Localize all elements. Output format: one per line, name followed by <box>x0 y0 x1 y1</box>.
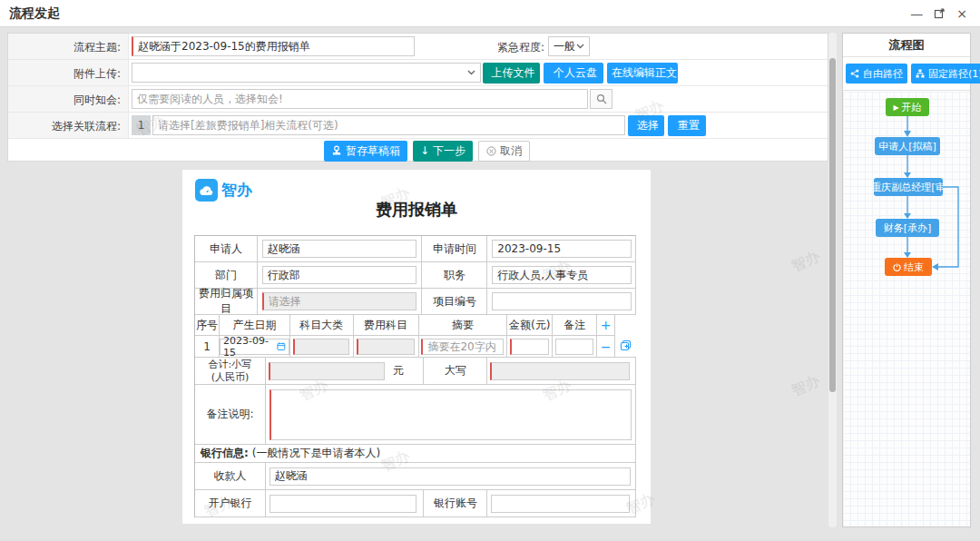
col-subject: 费用科目 <box>354 315 419 336</box>
flow-chart-canvas: ▶ 开始 申请人[拟稿] 重庆副总经理[审 财务[承办] 结束 <box>843 92 970 526</box>
logo-text: 智办 <box>221 180 252 201</box>
item-no: 1 <box>195 336 220 358</box>
flow-node-end[interactable]: 结束 <box>885 258 932 276</box>
items-header-row: 序号 产生日期 科目大类 费用科目 摘要 金额(元) 备注 + <box>195 315 636 336</box>
free-path-button[interactable]: 自由路径 <box>846 64 907 84</box>
bank-input[interactable] <box>270 495 416 513</box>
col-category: 科目大类 <box>290 315 354 336</box>
yuan-label: 元 <box>393 363 404 379</box>
flow-connectors <box>843 92 970 527</box>
position-input[interactable] <box>492 266 632 284</box>
scrollbar-thumb[interactable] <box>829 58 836 392</box>
remove-row-icon[interactable]: − <box>601 340 612 353</box>
item-category-input[interactable] <box>293 339 349 355</box>
item-subject-input[interactable] <box>357 339 415 355</box>
choose-related-button[interactable]: 选择 <box>628 115 664 136</box>
total-lower-input[interactable] <box>269 362 385 380</box>
item-amount-input[interactable] <box>510 339 549 355</box>
watermark: 智办 <box>789 247 823 277</box>
remark-row: 备注说明: <box>195 385 636 445</box>
copy-row-icon[interactable] <box>620 339 632 354</box>
total-label: 合计:小写 <box>209 359 252 371</box>
item-row-1: 1 2023-09-15 − <box>195 336 636 358</box>
flow-chart-panel: 流程图 自由路径 固定路径(1) ▶ 开始 <box>842 33 971 527</box>
chevron-down-icon <box>467 70 475 75</box>
document-table: 申请人 申请时间 部门 职务 <box>194 235 636 517</box>
online-edit-button[interactable]: 在线编辑正文 <box>607 63 678 84</box>
urgency-value: 一般 <box>554 39 575 54</box>
item-remark-input[interactable] <box>555 339 593 355</box>
notify-row: 同时知会: <box>8 86 828 113</box>
subject-input[interactable] <box>132 36 415 56</box>
department-label: 部门 <box>195 262 258 289</box>
bank-info-label: 银行信息: <box>201 446 249 461</box>
total-caps-input[interactable] <box>490 362 630 380</box>
vertical-scrollbar[interactable] <box>828 33 837 527</box>
next-step-button[interactable]: ↓ 下一步 <box>413 141 473 162</box>
close-icon[interactable]: × <box>956 7 967 20</box>
notify-label: 同时知会: <box>8 86 129 112</box>
notify-input[interactable] <box>132 89 588 109</box>
page-title: 流程发起 <box>9 5 60 22</box>
attachment-label: 附件上传: <box>8 60 129 85</box>
personal-cloud-button[interactable]: 个人云盘 <box>544 63 603 84</box>
share-path-icon <box>850 69 859 78</box>
save-draft-button[interactable]: 暂存草稿箱 <box>324 141 407 162</box>
item-summary-input[interactable] <box>421 339 504 355</box>
cancel-button[interactable]: 取消 <box>478 141 530 162</box>
bank-label: 开户银行 <box>195 490 266 517</box>
flow-node-start[interactable]: ▶ 开始 <box>886 98 929 116</box>
attachment-select[interactable] <box>132 63 481 83</box>
draft-box-icon <box>331 145 342 156</box>
related-flow-input[interactable] <box>152 115 625 135</box>
account-input[interactable] <box>491 495 630 513</box>
search-icon <box>596 93 607 104</box>
urgency-select[interactable]: 一般 <box>548 36 590 56</box>
document-title: 费用报销单 <box>182 199 651 221</box>
flow-node-manager-review[interactable]: 重庆副总经理[审 <box>874 178 943 196</box>
remark-label: 备注说明: <box>195 385 266 445</box>
department-input[interactable] <box>262 266 416 284</box>
chevron-down-icon <box>576 44 584 49</box>
screen: 流程发起 — × 流程主题: 紧急程度: 一般 附件上传: <box>0 0 980 541</box>
payee-label: 收款人 <box>195 463 266 490</box>
flow-node-applicant[interactable]: 申请人[拟稿] <box>875 137 940 155</box>
apply-time-input[interactable] <box>492 240 632 258</box>
applicant-row: 申请人 申请时间 <box>195 236 636 262</box>
attachment-row: 附件上传: 上传文件 个人云盘 在线编辑正文 <box>8 60 828 86</box>
col-summary: 摘要 <box>419 315 508 336</box>
play-icon: ▶ <box>893 103 898 112</box>
project-label: 费用归属项目 <box>195 289 258 315</box>
project-row: 费用归属项目 项目编号 <box>195 289 636 315</box>
col-amount: 金额(元) <box>507 315 553 336</box>
bank-info-header: 银行信息: (一般情况下是申请者本人) <box>195 445 636 463</box>
remark-textarea[interactable] <box>270 389 632 440</box>
flow-node-finance[interactable]: 财务[承办] <box>876 219 939 237</box>
subject-row: 流程主题: 紧急程度: 一般 <box>8 34 828 60</box>
project-no-input[interactable] <box>492 292 632 310</box>
power-icon <box>893 263 901 271</box>
applicant-input[interactable] <box>262 240 416 258</box>
reset-related-button[interactable]: 重置 <box>668 115 706 136</box>
payee-input[interactable] <box>270 467 631 486</box>
notify-search-button[interactable] <box>590 89 612 109</box>
total-row: 合计:小写 (人民币) 元 大写 <box>195 358 636 385</box>
project-no-label: 项目编号 <box>422 289 487 315</box>
item-date-input[interactable]: 2023-09-15 <box>220 339 289 355</box>
titlebar: 流程发起 — × <box>0 0 980 27</box>
col-date: 产生日期 <box>220 315 290 336</box>
window-controls: — × <box>910 7 967 20</box>
add-row-icon[interactable]: + <box>601 319 612 331</box>
col-no: 序号 <box>195 315 220 336</box>
fixed-path-button[interactable]: 固定路径(1) <box>911 64 980 84</box>
position-label: 职务 <box>422 262 487 289</box>
calendar-icon <box>277 341 286 351</box>
minimize-icon[interactable]: — <box>910 7 923 20</box>
project-select-input[interactable] <box>262 292 416 310</box>
account-label: 银行账号 <box>424 490 487 517</box>
maximize-icon[interactable] <box>934 7 946 19</box>
flow-path-buttons: 自由路径 固定路径(1) <box>843 57 970 91</box>
upload-file-button[interactable]: 上传文件 <box>483 63 540 84</box>
payee-row: 收款人 <box>195 463 636 490</box>
bank-info-note: (一般情况下是申请者本人) <box>252 446 380 461</box>
